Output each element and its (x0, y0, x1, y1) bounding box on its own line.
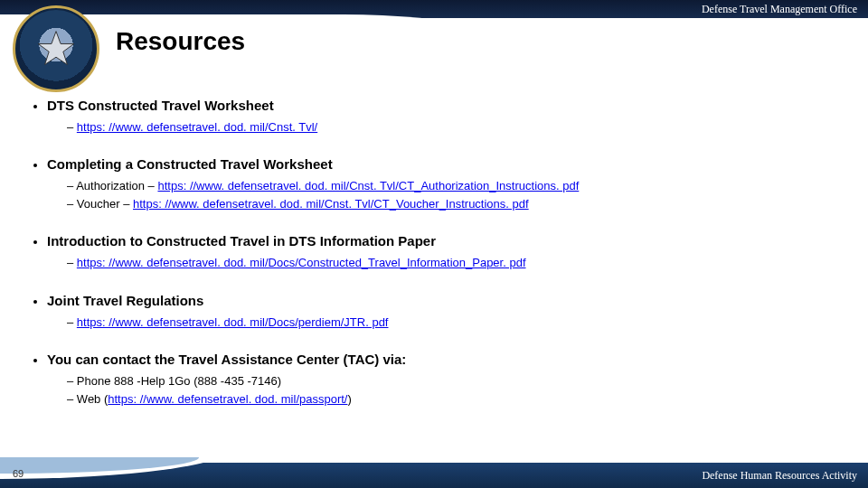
svg-marker-0 (38, 32, 74, 65)
list-item: Introduction to Constructed Travel in DT… (47, 233, 843, 272)
footer-org-label: Defense Human Resources Activity (702, 469, 857, 483)
sub-list: https: //www. defensetravel. dod. mil/Do… (47, 254, 843, 272)
page-title: Resources (116, 27, 245, 56)
top-bar: Defense Travel Management Office (0, 0, 868, 18)
sub-item: Phone 888 -Help 1Go (888 -435 -7146) (67, 372, 843, 390)
list-item: Completing a Constructed Travel Workshee… (47, 156, 843, 213)
sub-list: Authorization – https: //www. defensetra… (47, 177, 843, 213)
item-heading: DTS Constructed Travel Worksheet (47, 98, 274, 113)
sub-item: Authorization – https: //www. defensetra… (67, 177, 843, 195)
sub-prefix: Authorization – (76, 179, 157, 192)
sub-prefix: Web ( (77, 392, 108, 406)
sub-list: Phone 888 -Help 1Go (888 -435 -7146) Web… (47, 372, 843, 408)
resource-link[interactable]: https: //www. defensetravel. dod. mil/Cn… (77, 120, 317, 134)
item-heading: Completing a Constructed Travel Workshee… (47, 156, 333, 172)
sub-item: https: //www. defensetravel. dod. mil/Cn… (67, 118, 843, 136)
list-item: DTS Constructed Travel Worksheet https: … (47, 98, 843, 136)
resource-link[interactable]: https: //www. defensetravel. dod. mil/Do… (77, 315, 389, 329)
list-item: Joint Travel Regulations https: //www. d… (47, 293, 843, 332)
sub-item: https: //www. defensetravel. dod. mil/Do… (67, 314, 843, 332)
sub-list: https: //www. defensetravel. dod. mil/Do… (47, 314, 843, 332)
resource-link[interactable]: https: //www. defensetravel. dod. mil/Cn… (133, 197, 529, 211)
list-item: You can contact the Travel Assistance Ce… (47, 352, 843, 408)
sub-list: https: //www. defensetravel. dod. mil/Cn… (47, 118, 843, 136)
sub-suffix: ) (347, 392, 351, 406)
sub-item: Voucher – https: //www. defensetravel. d… (67, 195, 843, 213)
sub-prefix: Voucher – (77, 197, 133, 211)
top-org-label: Defense Travel Management Office (702, 3, 857, 15)
item-heading: You can contact the Travel Assistance Ce… (47, 352, 406, 367)
page-number: 69 (13, 468, 24, 479)
item-heading: Joint Travel Regulations (47, 293, 203, 308)
sub-item: Web (https: //www. defensetravel. dod. m… (67, 390, 843, 408)
item-heading: Introduction to Constructed Travel in DT… (47, 233, 436, 249)
dod-seal-icon (13, 5, 99, 92)
sub-prefix: Phone 888 -Help 1Go (888 -435 -7146) (77, 374, 281, 388)
resources-list: DTS Constructed Travel Worksheet https: … (25, 98, 843, 408)
resource-link[interactable]: https: //www. defensetravel. dod. mil/pa… (108, 392, 347, 406)
content-area: DTS Constructed Travel Worksheet https: … (25, 98, 843, 428)
resource-link[interactable]: https: //www. defensetravel. dod. mil/Do… (77, 256, 526, 269)
resource-link[interactable]: https: //www. defensetravel. dod. mil/Cn… (157, 179, 579, 192)
sub-item: https: //www. defensetravel. dod. mil/Do… (67, 254, 843, 272)
